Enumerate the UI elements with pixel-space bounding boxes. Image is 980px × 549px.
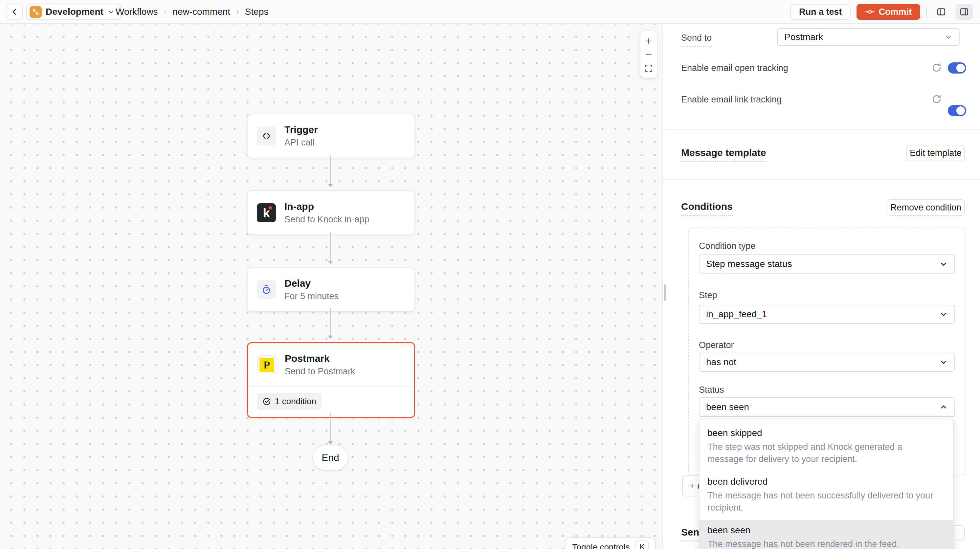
workflow-canvas[interactable]: Trigger API call k In-app Send to Knock …	[0, 24, 662, 549]
zoom-out-button[interactable]: −	[643, 49, 654, 60]
postmark-icon: P	[257, 355, 276, 374]
connector-line	[330, 413, 331, 441]
node-subtitle: API call	[285, 138, 318, 148]
top-bar-actions: Run a test Commit	[791, 0, 973, 24]
breadcrumb-workflow-name[interactable]: new-comment	[172, 6, 230, 17]
edit-template-button[interactable]: Edit template	[907, 145, 965, 161]
node-subtitle: For 5 minutes	[285, 291, 339, 301]
condition-type-select[interactable]: Step message status	[699, 255, 955, 274]
environment-label: Development	[46, 6, 103, 17]
section-divider	[663, 179, 980, 180]
step-select[interactable]: in_app_feed_1	[699, 305, 955, 324]
keyboard-shortcut-badge: K	[635, 541, 649, 549]
send-windows-heading: Sen	[681, 527, 699, 541]
status-label: Status	[699, 385, 724, 395]
top-bar: Development Workflows › new-comment › St…	[0, 0, 980, 24]
breadcrumb: Workflows › new-comment › Steps	[116, 0, 268, 24]
node-subtitle: Send to Knock in-app	[285, 215, 369, 224]
breadcrumb-workflows[interactable]: Workflows	[116, 6, 158, 17]
remove-condition-button[interactable]: Remove condition	[887, 199, 965, 216]
node-title: In-app	[285, 201, 369, 212]
send-to-label: Send to	[681, 33, 712, 47]
run-a-test-button[interactable]: Run a test	[791, 4, 851, 20]
commit-button[interactable]: Commit	[856, 4, 921, 20]
node-title: Postmark	[285, 353, 355, 364]
breadcrumb-separator: ›	[236, 7, 239, 17]
chevron-left-icon	[11, 8, 19, 16]
status-dropdown-menu: been skipped The step was not skipped an…	[699, 419, 954, 549]
toggle-right-panel-button[interactable]	[956, 4, 973, 20]
arrow-down-icon	[328, 336, 333, 339]
toggle-controls-button[interactable]: Toggle controls K	[566, 537, 655, 549]
arrow-down-icon	[328, 441, 333, 445]
node-trigger[interactable]: Trigger API call	[247, 114, 415, 158]
dropdown-option-been-seen[interactable]: been seen The message has not been rende…	[700, 520, 953, 549]
connector-line	[330, 308, 331, 336]
node-title: Delay	[285, 278, 339, 289]
zoom-in-button[interactable]: +	[643, 35, 654, 46]
code-icon	[257, 126, 276, 145]
node-title: Trigger	[285, 124, 318, 135]
workflow-editor: Development Workflows › new-comment › St…	[0, 0, 980, 549]
send-to-select[interactable]: Postmark	[777, 28, 959, 46]
node-in-app[interactable]: k In-app Send to Knock in-app	[247, 191, 415, 235]
breadcrumb-separator: ›	[164, 7, 167, 17]
condition-type-label: Condition type	[699, 241, 756, 251]
chevron-up-icon	[939, 403, 948, 411]
toolbar-divider	[926, 6, 927, 18]
open-tracking-toggle[interactable]	[948, 62, 966, 73]
chevron-down-icon	[107, 8, 115, 16]
chevron-down-icon	[939, 260, 948, 268]
status-combobox[interactable]: been seen	[699, 397, 955, 417]
back-button[interactable]	[6, 3, 23, 20]
check-circle-icon	[262, 397, 271, 406]
panel-divider	[662, 24, 663, 549]
connector-line	[330, 232, 331, 261]
step-label: Step	[699, 290, 717, 301]
chevron-down-icon	[939, 358, 948, 366]
connector-line	[330, 156, 331, 184]
refresh-icon[interactable]	[931, 62, 942, 73]
link-tracking-label: Enable email link tracking	[681, 95, 782, 105]
condition-count-badge[interactable]: 1 condition	[257, 393, 321, 410]
section-divider	[663, 129, 980, 130]
node-postmark[interactable]: P Postmark Send to Postmark 1 condition	[247, 342, 415, 418]
dropdown-option-been-delivered[interactable]: been delivered The message has not been …	[700, 471, 953, 520]
knock-icon: k	[257, 203, 276, 222]
message-template-heading: Message template	[681, 147, 766, 162]
fit-view-button[interactable]	[643, 63, 654, 74]
conditions-heading: Conditions	[681, 201, 733, 216]
chevron-down-icon	[945, 33, 952, 41]
panel-scrollbar[interactable]	[664, 284, 666, 301]
arrow-down-icon	[328, 184, 333, 187]
link-tracking-toggle[interactable]	[948, 105, 966, 116]
environment-switcher[interactable]: Development	[26, 3, 121, 20]
stopwatch-icon	[257, 280, 276, 299]
node-delay[interactable]: Delay For 5 minutes	[247, 267, 415, 312]
node-end: End	[312, 445, 348, 471]
workflow-icon	[30, 6, 42, 18]
toggle-left-panel-button[interactable]	[933, 4, 950, 20]
canvas-zoom-controls: + −	[640, 31, 657, 78]
chevron-down-icon	[939, 310, 948, 318]
refresh-icon[interactable]	[931, 94, 942, 104]
arrow-down-icon	[328, 261, 333, 264]
open-tracking-label: Enable email open tracking	[681, 63, 788, 73]
operator-label: Operator	[699, 340, 734, 350]
operator-select[interactable]: has not	[699, 353, 955, 372]
breadcrumb-steps[interactable]: Steps	[245, 6, 269, 17]
node-subtitle: Send to Postmark	[285, 366, 355, 377]
dropdown-option-been-skipped[interactable]: been skipped The step was not skipped an…	[700, 423, 953, 471]
commit-icon	[865, 7, 875, 17]
